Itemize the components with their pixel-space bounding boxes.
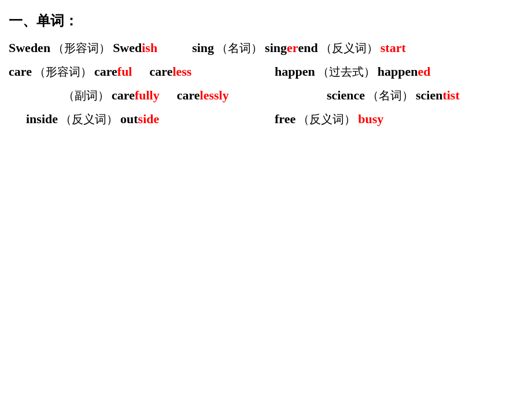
answer-scientist: scientist [416,88,460,103]
label-antonym-2: （反义词） [60,112,118,127]
word-inside: inside [26,112,58,127]
row2-right: happen （过去式） happened [275,64,430,80]
label-antonym-1: （反义词） [320,40,378,56]
label-adj-1: （形容词） [53,40,110,56]
row4-left: inside （反义词） outside [9,112,275,127]
answer-happened: happened [378,64,431,79]
row2-left: care （形容词） careful careless [9,64,275,80]
label-noun-1: （名词） [216,40,263,56]
word-care: care [9,64,32,79]
row-1: Sweden （形容词） Swedish sing （名词） singer en… [9,40,523,56]
label-adv-1: （副词） [63,88,109,104]
answer-start: start [380,40,406,56]
row-3: （副词） carefully carelessly science （名词） s… [9,88,523,104]
label-noun-2: （名词） [367,88,413,104]
answer-singer: singer [265,40,298,56]
row-2: care （形容词） careful careless happen （过去式）… [9,64,523,80]
answer-swedish: Swedish [113,40,157,56]
row3-right: science （名词） scientist [327,88,460,104]
row-4: inside （反义词） outside free （反义词） busy [9,112,523,127]
word-sweden: Sweden [9,40,50,56]
row4-right: free （反义词） busy [275,112,383,127]
answer-carefully: carefully [112,88,160,103]
row1-left: Sweden （形容词） Swedish sing （名词） singer [9,40,298,56]
row3-left: （副词） carefully carelessly [61,88,327,104]
word-science: science [327,88,365,103]
word-happen: happen [275,64,315,79]
page: 一、单词： Sweden （形容词） Swedish sing （名词） sin… [0,0,532,147]
answer-outside: outside [120,112,159,127]
label-antonym-3: （反义词） [298,112,356,127]
label-adj-2: （形容词） [34,64,92,80]
row1-right: end （反义词） start [298,40,406,56]
word-end: end [298,40,318,56]
word-free: free [275,112,295,127]
label-past-1: （过去式） [317,64,375,80]
answer-carelessly: carelessly [177,88,229,103]
answer-busy: busy [358,112,383,127]
word-sing: sing [192,40,214,56]
answer-careful: careful [94,64,132,79]
answer-careless: careless [150,64,192,79]
page-title: 一、单词： [9,12,523,30]
